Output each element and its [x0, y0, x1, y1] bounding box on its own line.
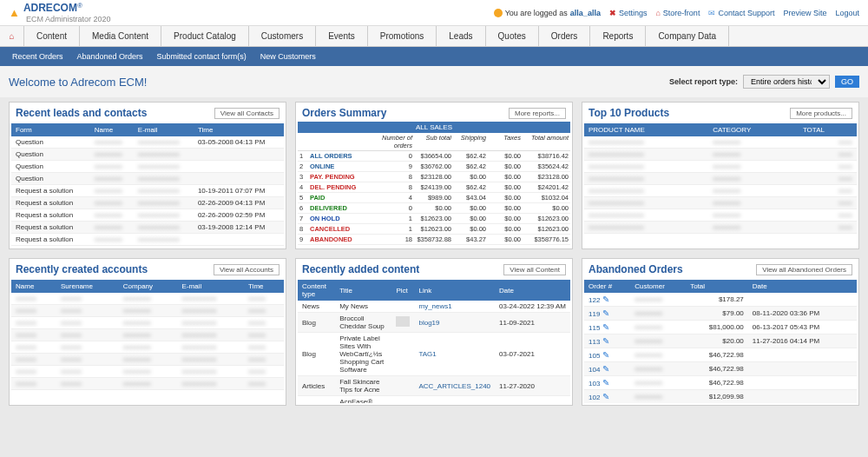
- table-row[interactable]: Request a solutionxxxxxxxxxxxxxxxxxxxx02…: [11, 197, 284, 209]
- logout-link[interactable]: Logout: [835, 9, 859, 17]
- table-row[interactable]: BlogPrivate Label Sites With WebCartï¿½s…: [298, 333, 570, 376]
- table-row[interactable]: Questionxxxxxxxxxxxxxxxxxxxx: [11, 161, 284, 173]
- order-link[interactable]: 115: [589, 324, 600, 332]
- table-row[interactable]: Request a solutionxxxxxxxxxxxxxxxxxxxx: [11, 234, 284, 246]
- preview-site-link[interactable]: Preview Site: [783, 9, 826, 17]
- table-row[interactable]: Questionxxxxxxxxxxxxxxxxxxxx: [11, 149, 284, 161]
- more-reports-button[interactable]: More reports...: [509, 108, 566, 119]
- nav-item[interactable]: Quotes: [486, 26, 539, 46]
- storefront-link[interactable]: ⌂Store-front: [655, 9, 700, 17]
- table-row[interactable]: 102✎xxxxxxxx$12,099.98: [584, 390, 857, 404]
- table-row[interactable]: 115✎xxxxxxxx$81,000.0006-13-2017 05:43 P…: [584, 321, 857, 334]
- table-row[interactable]: Request a solutionxxxxxxxxxxxxxxxxxxxx03…: [11, 222, 284, 234]
- table-row[interactable]: xxxxxxxxxxxxxxxxxxxxxxxxxxxx: [584, 173, 857, 185]
- table-row[interactable]: xxxxxxxxxxxxxxxxxxxxxxxxxxxx: [584, 149, 857, 161]
- table-row[interactable]: 104✎xxxxxxxx$46,722.98: [584, 362, 857, 376]
- subnav-item[interactable]: Submitted contact form(s): [157, 52, 247, 61]
- table-row[interactable]: 119✎xxxxxxxx$79.0008-11-2020 03:36 PM: [584, 307, 857, 321]
- table-row[interactable]: 105✎xxxxxxxx$46,722.98: [584, 348, 857, 362]
- view-all-accounts-button[interactable]: View all Accounts: [214, 264, 279, 275]
- nav-item[interactable]: Content: [24, 26, 80, 46]
- edit-icon[interactable]: ✎: [602, 378, 609, 387]
- table-row[interactable]: xxxxxxxxxxxxxxxxxxxxxxxxxxxx: [584, 222, 857, 234]
- subnav-item[interactable]: Abandoned Orders: [77, 52, 143, 61]
- order-status-link[interactable]: PAY. PENDING: [310, 173, 355, 181]
- table-row[interactable]: xxxxxxxxxxxxxxxxxxxxxxxxxxxxxxxxxxx: [11, 354, 284, 366]
- order-status-link[interactable]: CANCELLED: [310, 225, 350, 233]
- order-link[interactable]: 102: [589, 394, 600, 401]
- order-status-link[interactable]: ON HOLD: [310, 215, 340, 222]
- subnav-item[interactable]: New Customers: [260, 52, 316, 61]
- table-row[interactable]: xxxxxxxxxxxxxxxxxxxxxxxxxxxxxxxxxxx: [11, 341, 284, 354]
- edit-icon[interactable]: ✎: [602, 308, 609, 318]
- nav-home[interactable]: ⌂: [0, 26, 24, 46]
- nav-item[interactable]: Promotions: [368, 26, 437, 46]
- go-button[interactable]: GO: [835, 76, 859, 88]
- edit-icon[interactable]: ✎: [602, 350, 609, 360]
- report-type-select[interactable]: Entire orders history: [743, 75, 830, 89]
- edit-icon[interactable]: ✎: [602, 364, 609, 374]
- nav-item[interactable]: Customers: [249, 26, 316, 46]
- order-link[interactable]: 122: [589, 296, 600, 304]
- view-all-contacts-button[interactable]: View all Contacts: [214, 108, 279, 119]
- table-row[interactable]: 103✎xxxxxxxx$46,722.98: [584, 376, 857, 390]
- table-row[interactable]: xxxxxxxxxxxxxxxxxxxxxxxxxxxx: [584, 136, 857, 149]
- order-link[interactable]: 104: [589, 366, 600, 374]
- table-row[interactable]: NewsMy Newsmy_news103-24-2022 12:39 AM: [298, 301, 570, 313]
- table-row[interactable]: BlogBroccoli Cheddar Soupblog1911-09-202…: [298, 313, 570, 333]
- order-link[interactable]: 119: [589, 310, 600, 318]
- subnav-item[interactable]: Recent Orders: [12, 52, 63, 61]
- order-link[interactable]: 113: [589, 338, 600, 346]
- content-link[interactable]: blog19: [418, 319, 439, 327]
- content-link[interactable]: my_news1: [418, 302, 451, 310]
- nav-item[interactable]: Company Data: [646, 26, 729, 46]
- edit-icon[interactable]: ✎: [602, 322, 609, 332]
- table-row[interactable]: xxxxxxxxxxxxxxxxxxxxxxxxxxxxxxxxxxx: [11, 378, 284, 390]
- nav-item[interactable]: Product Catalog: [161, 26, 249, 46]
- settings-link[interactable]: ✖Settings: [609, 9, 648, 17]
- edit-icon[interactable]: ✎: [602, 392, 609, 401]
- table-row[interactable]: Questionxxxxxxxxxxxxxxxxxxxx: [11, 173, 284, 185]
- table-row[interactable]: xxxxxxxxxxxxxxxxxxxxxxxxxxxx: [584, 197, 857, 209]
- order-status-link[interactable]: DEL. PENDING: [310, 183, 356, 191]
- nav-item[interactable]: Media Content: [80, 26, 161, 46]
- table-row[interactable]: xxxxxxxxxxxxxxxxxxxxxxxxxxxx: [584, 209, 857, 222]
- order-status-link[interactable]: ONLINE: [310, 162, 334, 170]
- table-row[interactable]: xxxxxxxxxxxxxxxxxxxxxxxxxxxxxxxxxxx: [11, 293, 284, 305]
- table-row[interactable]: ArticlesFall Skincare Tips for AcneACC_A…: [298, 376, 570, 396]
- nav-item[interactable]: Events: [316, 26, 368, 46]
- logged-user[interactable]: alla_alla: [570, 9, 601, 17]
- edit-icon[interactable]: ✎: [602, 336, 609, 346]
- order-status-link[interactable]: PAID: [310, 194, 325, 202]
- edit-icon[interactable]: ✎: [602, 295, 609, 304]
- table-row[interactable]: xxxxxxxxxxxxxxxxxxxxxxxxxxxx: [584, 185, 857, 197]
- table-row[interactable]: 122✎xxxxxxxx$178.27: [584, 293, 857, 307]
- table-row[interactable]: xxxxxxxxxxxxxxxxxxxxxxxxxxxxxxxxxxx: [11, 305, 284, 317]
- more-products-button[interactable]: More products...: [790, 108, 852, 119]
- table-row[interactable]: xxxxxxxxxxxxxxxxxxxxxxxxxxxx: [584, 161, 857, 173]
- nav-item[interactable]: Orders: [539, 26, 591, 46]
- content-link[interactable]: TAG1: [418, 350, 436, 358]
- accounts-table: NameSurenameCompanyE-mailTimexxxxxxxxxxx…: [11, 280, 284, 390]
- table-row[interactable]: xxxxxxxxxxxxxxxxxxxxxxxxxxxxxxxxxxx: [11, 329, 284, 341]
- table-row: 2ONLINE9$36762.00$62.42$0.00$35624.42: [298, 162, 570, 172]
- view-all-content-button[interactable]: View all Content: [503, 264, 566, 275]
- table-row[interactable]: xxxxxxxxxxxxxxxxxxxxxxxxxxxxxxxxxxx: [11, 317, 284, 329]
- contact-support-link[interactable]: ✉Contact Support: [708, 9, 774, 17]
- order-link[interactable]: 103: [589, 380, 600, 387]
- table-row[interactable]: Questionxxxxxxxxxxxxxxxxxxxx03-05-2008 0…: [11, 136, 284, 149]
- nav-item[interactable]: Reports: [590, 26, 646, 46]
- panel-accounts: Recently created accounts View all Accou…: [9, 258, 286, 406]
- order-link[interactable]: 105: [589, 352, 600, 360]
- table-row[interactable]: Request a solutionxxxxxxxxxxxxxxxxxxxx02…: [11, 209, 284, 222]
- content-link[interactable]: ACC_ARTICLES_1240: [418, 382, 490, 390]
- nav-item[interactable]: Leads: [437, 26, 485, 46]
- table-row[interactable]: ArticlesAcnEase® Your Ticket To Clear Sk…: [298, 396, 570, 404]
- table-row[interactable]: 113✎xxxxxxxx$20.0011-27-2016 04:14 PM: [584, 334, 857, 348]
- order-status-link[interactable]: ABANDONED: [310, 235, 352, 243]
- order-status-link[interactable]: DELIVERED: [310, 204, 347, 212]
- view-all-abandoned-button[interactable]: View all Abandoned Orders: [756, 264, 852, 275]
- table-row[interactable]: Request a solutionxxxxxxxxxxxxxxxxxxxx10…: [11, 185, 284, 197]
- order-status-link[interactable]: ALL ORDERS: [310, 152, 352, 160]
- table-row[interactable]: xxxxxxxxxxxxxxxxxxxxxxxxxxxxxxxxxxx: [11, 366, 284, 378]
